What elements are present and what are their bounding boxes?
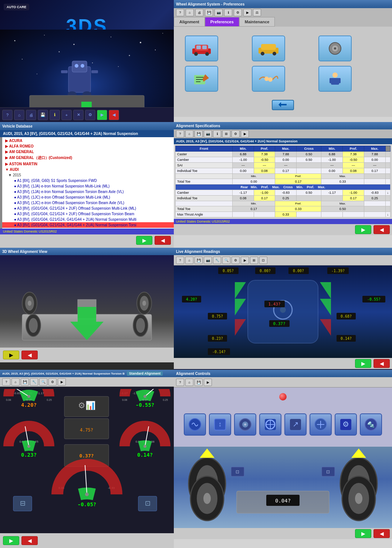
home-btn[interactable]: ⌂ (14, 110, 24, 120)
live-tb-next[interactable]: ▶ (241, 257, 249, 264)
pref-tb-save[interactable]: 💾 (205, 9, 213, 16)
align-icon-4[interactable] (259, 413, 281, 436)
live-tb-help[interactable]: ? (176, 257, 184, 264)
align-icon-3[interactable] (234, 413, 256, 436)
ac-next-btn[interactable]: ▶ (355, 529, 371, 538)
pref-tb-printer[interactable]: 🖨 (195, 9, 203, 16)
gauge-back-btn[interactable]: ◀ (21, 536, 38, 545)
align-icon-5[interactable]: ↗ (284, 413, 307, 436)
col-scroll[interactable] (385, 146, 391, 152)
specs-tb-info[interactable]: ℹ (213, 130, 221, 138)
live-tb-home[interactable]: ⌂ (185, 257, 193, 264)
model-a3-2ua-ml[interactable]: ● A3 [8V], (G01/G04, G21/G24, G41/G44 + … (2, 217, 174, 222)
3d-red-btn[interactable]: ◀ (21, 351, 38, 359)
info-btn[interactable]: ℹ (50, 110, 60, 120)
model-a3-2uf-tb[interactable]: ● A3 [8V], (G01/G04, G21/G24 + 2UF) Offr… (2, 211, 174, 217)
ac-tb-next[interactable]: ▶ (204, 379, 212, 386)
specs-tb-grid[interactable]: ⊞ (222, 130, 230, 138)
pref-tb-help[interactable]: ? (176, 9, 184, 16)
pref-icon-person[interactable] (318, 66, 352, 92)
back-btn[interactable]: ◀ (109, 110, 119, 120)
pref-icon-edit[interactable] (185, 66, 218, 92)
make-aston[interactable]: ▶ ASTON MARTIN (2, 161, 174, 167)
pref-tb-photo[interactable]: 📷 (214, 9, 223, 16)
ac-tb-home[interactable]: ⌂ (185, 379, 193, 386)
model-a3-offroad-ml[interactable]: ● A3 [8V], (1JC) e-tron Offroad Suspensi… (2, 194, 174, 200)
pref-title-text: Wheel Alignment System - Preferences (176, 2, 244, 6)
pref-tb-scale[interactable]: ⚖ (253, 9, 261, 16)
align-icon-1[interactable] (184, 413, 206, 436)
add-btn[interactable]: + (61, 110, 72, 120)
align-icon-7[interactable]: ⚙ (335, 413, 357, 436)
ind-toe-cross (297, 168, 321, 174)
make-audi[interactable]: ▼ AUDI (2, 167, 174, 172)
make-acura[interactable]: ▶ ACURA (2, 138, 174, 143)
gauge-tb-settings[interactable]: ⚙ (48, 378, 57, 386)
gauge-tb-next[interactable]: ▶ (58, 378, 66, 386)
live-tb-grid[interactable]: ⊞ (250, 257, 258, 264)
live-tb-settings[interactable]: ⚙ (232, 257, 240, 264)
gauge-tb-home[interactable]: ⌂ (11, 378, 20, 386)
tab-alignment[interactable]: Alignment (174, 17, 205, 27)
model-a3-etron-ml[interactable]: ● A3 [8V], (1JA) e-tron Normal Suspensio… (2, 183, 174, 189)
live-tb-extra[interactable]: ⊡ (259, 257, 267, 264)
pref-tb-settings[interactable]: ⚙ (234, 9, 242, 16)
gauge-tb-help[interactable]: ? (2, 378, 10, 386)
model-a1[interactable]: ● A1 [8X], (G58, G60) S1 Sports Suspensi… (2, 178, 174, 183)
vehicle-next-btn[interactable]: ▶ (136, 236, 152, 245)
live-tb-wrench[interactable]: 🔧 (213, 257, 221, 264)
specs-tb-home[interactable]: ⌂ (185, 130, 193, 138)
vehicle-back-btn[interactable]: ◀ (155, 236, 171, 245)
ac-tb-save[interactable]: 💾 (195, 379, 203, 386)
make-alfa[interactable]: ▶ ALFA ROMEO (2, 143, 174, 149)
pref-icon-handshake[interactable] (252, 66, 285, 92)
ac-tb-help[interactable]: ? (176, 379, 184, 386)
caster-label: Caster (176, 152, 233, 157)
svg-point-42 (264, 77, 269, 81)
specs-tb-settings[interactable]: ⚙ (232, 130, 240, 138)
specs-tb-photo[interactable]: 📷 (204, 130, 212, 138)
model-a3-2ua-selected[interactable]: ● A3 [8V], (G01/G04, G21/G24, G41/G44 + … (2, 222, 174, 228)
model-a3-2uf-ml[interactable]: ● A3 [8V], (G01/G04, G21/G24 + 2UF) Offr… (2, 206, 174, 211)
pref-icon-car2[interactable] (252, 35, 285, 61)
align-icon-8[interactable]: 🔩 (360, 413, 382, 436)
3d-yellow-btn[interactable]: ▶ (3, 351, 19, 359)
save-btn[interactable]: 💾 (38, 110, 48, 120)
pref-back-btn[interactable] (272, 100, 294, 110)
ac-back-btn[interactable]: ◀ (374, 529, 390, 538)
align-icon-6[interactable] (310, 413, 332, 436)
live-back-btn[interactable]: ◀ (374, 359, 390, 368)
specs-tb-help[interactable]: ? (176, 130, 184, 138)
specs-back-btn[interactable]: ◀ (374, 225, 390, 234)
tab-preferences[interactable]: Preferences (205, 17, 239, 27)
specs-tb-next[interactable]: ▶ (241, 130, 249, 138)
model-a3-etron-vl[interactable]: ● A3 [8V], (1JA) e-tron Normal Suspensio… (2, 189, 174, 194)
live-tb-save[interactable]: 💾 (195, 257, 203, 264)
pref-tb-info[interactable]: ℹ (224, 9, 232, 16)
pref-icon-vehicle[interactable] (185, 35, 218, 61)
model-a3-offroad-vl[interactable]: ● A3 [8V], (1JC) e-tron Offroad Suspensi… (2, 200, 174, 206)
help-btn[interactable]: ? (2, 110, 13, 120)
live-next-btn[interactable]: ▶ (355, 359, 371, 368)
rear-ind-toe-max2: 0.25 (364, 196, 385, 201)
year-2015[interactable]: ▼ 2015 (2, 172, 174, 178)
make-amgeneral[interactable]: ▶ AM GENERAL (2, 149, 174, 155)
next-btn[interactable]: ▶ (97, 110, 107, 120)
pref-tb-next[interactable]: ▶ (243, 9, 251, 16)
tab-maintenance[interactable]: Maintenance (239, 17, 275, 27)
live-tb-photo[interactable]: 📷 (204, 257, 212, 264)
settings-btn[interactable]: ⚙ (85, 110, 95, 120)
close-btn[interactable]: ✕ (73, 110, 84, 120)
pref-icon-settings[interactable] (318, 35, 352, 61)
specs-next-btn[interactable]: ▶ (355, 225, 371, 234)
print-btn[interactable]: 🖨 (26, 110, 36, 120)
align-icon-2[interactable]: ↕ (209, 413, 231, 436)
live-tb-zoom[interactable]: 🔍 (222, 257, 230, 264)
gauge-tb-wrench[interactable]: 🔧 (30, 378, 38, 386)
pref-tb-home[interactable]: ⌂ (186, 9, 194, 16)
gauge-tb-save[interactable]: 💾 (21, 378, 29, 386)
gauge-next-btn[interactable]: ▶ (3, 536, 19, 545)
make-amgeneral-import[interactable]: ▶ AM GENERAL（进口）(Customized) (2, 155, 174, 161)
specs-tb-save[interactable]: 💾 (195, 130, 203, 138)
gauge-tb-zoom[interactable]: 🔍 (39, 378, 47, 386)
